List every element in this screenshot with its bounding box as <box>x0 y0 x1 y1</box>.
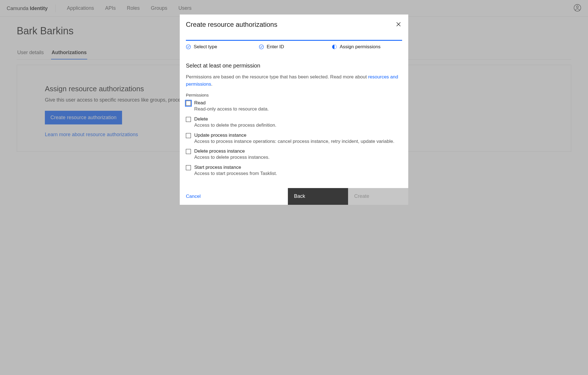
permission-label: Delete process instance <box>194 148 269 154</box>
permission-desc: Access to delete process instances. <box>194 154 269 161</box>
step-label: Assign permissions <box>340 44 380 50</box>
close-button[interactable] <box>395 21 402 29</box>
progress-bar <box>186 40 402 41</box>
create-button[interactable]: Create <box>348 188 408 205</box>
checkbox-read[interactable] <box>186 101 191 106</box>
modal-title: Create resource authorizations <box>186 21 277 28</box>
progress: Select type Enter ID <box>180 40 408 50</box>
permissions-field-label: Permissions <box>186 93 402 97</box>
permission-delete: Delete Access to delete the process defi… <box>186 116 402 129</box>
check-circle-icon <box>186 44 191 49</box>
permission-label: Update process instance <box>194 133 394 138</box>
permission-label: Delete <box>194 116 276 122</box>
step-label: Enter ID <box>267 44 284 50</box>
checkbox-update-process-instance[interactable] <box>186 133 191 138</box>
modal-overlay: Create resource authorizations <box>0 0 588 375</box>
cancel-button[interactable]: Cancel <box>186 194 201 199</box>
step-select-type: Select type <box>186 44 256 50</box>
close-icon <box>396 23 401 28</box>
steps: Select type Enter ID <box>186 44 402 50</box>
section-description: Permissions are based on the resource ty… <box>186 73 402 88</box>
permission-start-process-instance: Start process instance Access to start p… <box>186 165 402 177</box>
modal: Create resource authorizations <box>180 15 408 205</box>
current-step-icon <box>332 44 337 49</box>
back-button[interactable]: Back <box>288 188 348 205</box>
permission-desc: Read-only access to resource data. <box>194 106 269 112</box>
checkbox-delete-process-instance[interactable] <box>186 149 191 154</box>
permission-delete-process-instance: Delete process instance Access to delete… <box>186 148 402 161</box>
modal-footer: Cancel Back Create <box>180 188 408 205</box>
modal-body: Select at least one permission Permissio… <box>180 50 408 188</box>
permission-label: Read <box>194 100 269 106</box>
permission-desc: Access to process instance operations: c… <box>194 138 394 145</box>
step-label: Select type <box>194 44 217 50</box>
permission-update-process-instance: Update process instance Access to proces… <box>186 133 402 145</box>
permissions-list: Read Read-only access to resource data. … <box>186 100 402 177</box>
step-assign-permissions: Assign permissions <box>332 44 402 50</box>
modal-header: Create resource authorizations <box>180 15 408 29</box>
check-circle-icon <box>259 44 264 49</box>
permission-desc: Access to start processes from Tasklist. <box>194 170 277 177</box>
step-enter-id: Enter ID <box>259 44 329 50</box>
section-title: Select at least one permission <box>186 62 402 69</box>
permission-read: Read Read-only access to resource data. <box>186 100 402 112</box>
permission-label: Start process instance <box>194 165 277 170</box>
permission-desc: Access to delete the process definition. <box>194 122 276 129</box>
checkbox-delete[interactable] <box>186 117 191 122</box>
checkbox-start-process-instance[interactable] <box>186 165 191 170</box>
